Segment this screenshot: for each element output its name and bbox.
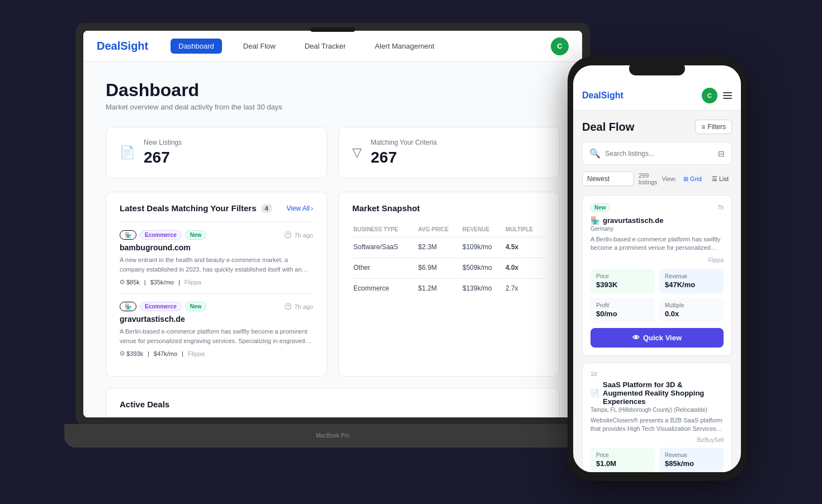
list-view-button[interactable]: ☰ List: [708, 174, 732, 184]
page-title: Dashboard: [106, 80, 560, 101]
nav-tab-dashboard[interactable]: Dashboard: [171, 39, 222, 54]
filter-icon: ▽: [352, 145, 362, 160]
view-label: View:: [662, 175, 677, 182]
stats-row: 📄 New Listings 267 ▽ Matching Your Crite…: [106, 127, 560, 178]
phone-deal-location-2: Tampa, FL (Hillsborough County) (Relocat…: [590, 407, 724, 413]
tag-ecommerce-2: Ecommerce: [140, 302, 182, 311]
phone-logo-text: DealSight: [582, 91, 623, 101]
metric-revenue-1: Revenue $47K/mo: [659, 269, 724, 293]
phone-section-header: Deal Flow ≡ Filters: [582, 120, 732, 134]
deal-source-1: Flippa: [185, 279, 201, 286]
laptop-body: DealSight Dashboard Deal Flow Deal Track…: [75, 23, 590, 425]
deal-time-2: 🕐 7h ago: [284, 303, 313, 310]
deal-tags-1: 🏪 Ecommerce New: [120, 230, 206, 240]
phone-notch: [629, 62, 685, 75]
phone-filters-button[interactable]: ≡ Filters: [695, 120, 732, 134]
market-table-body: Software/SaaS $2.3M $109k/mo 4.5x Other …: [353, 237, 545, 298]
phone-deal-card-2: 1d 📄 SaaS Platform for 3D & Augmented Re…: [582, 363, 732, 472]
deal-tags-2: 🏪 Ecommerce New: [120, 302, 206, 311]
phone-deal-title-1[interactable]: 🏪 gravurtastisch.de: [590, 216, 724, 225]
nav-tab-alert-management[interactable]: Alert Management: [367, 39, 442, 54]
laptop-base: [64, 424, 601, 448]
phone-deal-metrics-2: Price $1.0M Revenue $85k/mo: [590, 448, 724, 472]
listings-count: 299 listings: [639, 172, 662, 186]
col-avg-price: AVG PRICE: [418, 223, 461, 236]
metric-price-2: Price $1.0M: [590, 448, 655, 472]
phone-deal-desc-1: A Berlin-based e-commerce platform has s…: [590, 235, 724, 253]
phone-device: DealSight C Deal Flow: [568, 56, 747, 481]
multiple-2: 4.0x: [506, 258, 545, 277]
latest-deals-title: Latest Deals Matching Your Filters: [120, 203, 257, 213]
phone-user-avatar[interactable]: C: [702, 88, 717, 103]
deal-time-1: 🕐 7h ago: [284, 231, 313, 239]
multiple-3: 2.7x: [506, 278, 545, 298]
market-snapshot-header: Market Snapshot: [352, 203, 546, 213]
content-row: Latest Deals Matching Your Filters 4 Vie…: [106, 192, 560, 377]
phone-nav-right: C: [702, 88, 732, 103]
phone-deal-title-2[interactable]: 📄 SaaS Platform for 3D & Augmented Reali…: [590, 381, 724, 406]
phone-inner[interactable]: DealSight C Deal Flow: [573, 65, 741, 472]
market-row-1: Software/SaaS $2.3M $109k/mo 4.5x: [353, 237, 545, 256]
scene: DealSight Dashboard Deal Flow Deal Track…: [75, 23, 747, 481]
deal-meta-2: 🏪 Ecommerce New 🕐 7h ago: [120, 302, 313, 311]
grid-icon: ⊞: [683, 175, 688, 183]
active-deals-header: Active Deals: [120, 400, 546, 409]
metric-price-1: Price $393K: [590, 269, 655, 293]
quick-view-button-1[interactable]: 👁 Quick View: [590, 328, 724, 348]
stat-card-new-listings: 📄 New Listings 267: [106, 127, 327, 178]
app-container: DealSight Dashboard Deal Flow Deal Track…: [83, 31, 582, 417]
col-multiple: MULTIPLE: [506, 223, 545, 236]
sort-select[interactable]: Newest Oldest Price: Low Price: High: [582, 172, 634, 186]
search-input[interactable]: [605, 150, 714, 158]
deal-name-1[interactable]: bambuground.com: [120, 243, 313, 252]
deal-source-2: Flippa: [188, 350, 205, 357]
phone-tag-new-1: New: [590, 203, 610, 212]
phone-deal-desc-2: WebsiteClosers® presents a B2B SaaS plat…: [590, 416, 724, 434]
nav-tab-deal-flow[interactable]: Deal Flow: [235, 39, 284, 54]
adjust-icon[interactable]: ⊟: [718, 149, 725, 158]
logo-text: DealSight: [97, 40, 148, 53]
laptop-device: DealSight Dashboard Deal Flow Deal Track…: [75, 23, 590, 448]
deal-desc-1: A new entrant in the health and beauty e…: [120, 255, 313, 274]
phone-deal-age-2: 1d: [590, 371, 724, 377]
market-row-3: Ecommerce $1.2M $139k/mo 2.7x: [353, 278, 545, 298]
phone-deal-metrics-1: Price $393K Revenue $47K/mo Profit $0/mo: [590, 269, 724, 322]
phone-logo: DealSight: [582, 91, 623, 101]
deal-item-2: 🏪 Ecommerce New 🕐 7h ago: [120, 293, 313, 365]
deal-stats-1: ⊙ $85k | $35k/mo | Flippa: [120, 278, 313, 286]
latest-deals-count: 4: [261, 204, 272, 213]
grid-view-button[interactable]: ⊞ Grid: [680, 174, 705, 184]
phone-screen: DealSight C Deal Flow: [573, 65, 741, 472]
deal-name-2[interactable]: gravurtastisch.de: [120, 315, 313, 324]
hamburger-icon[interactable]: [723, 92, 732, 99]
col-revenue: REVENUE: [462, 223, 504, 236]
market-row-2: Other $6.9M $509k/mo 4.0x: [353, 258, 545, 277]
active-deals-section: Active Deals: [106, 388, 560, 417]
col-business-type: BUSINESS TYPE: [353, 223, 417, 236]
deal-meta-1: 🏪 Ecommerce New 🕐 7h ago: [120, 230, 313, 240]
deal-icon-2: 🏪: [120, 302, 136, 311]
latest-deals-card: Latest Deals Matching Your Filters 4 Vie…: [106, 192, 327, 377]
multiple-1: 4.5x: [506, 237, 545, 256]
market-table: BUSINESS TYPE AVG PRICE REVENUE MULTIPLE: [352, 222, 546, 299]
phone-deal-time-1: 7h: [717, 205, 724, 211]
deal-icon-1: 🏪: [120, 230, 136, 240]
market-snapshot-title: Market Snapshot: [352, 203, 420, 213]
phone-deal-card-1: New 7h 🏪 gravurtastisch.de Germany A Ber…: [582, 195, 732, 356]
eye-icon-1: 👁: [632, 334, 640, 342]
phone-deal-tags-1: New: [590, 203, 610, 212]
app-logo: DealSight: [97, 40, 148, 53]
document-icon: 📄: [120, 145, 135, 160]
laptop-notch: [310, 27, 355, 32]
phone-deal-top-1: New 7h: [590, 203, 724, 212]
list-icon: ☰: [712, 175, 717, 183]
phone-content: Deal Flow ≡ Filters 🔍 ⊟: [573, 111, 741, 472]
phone-section-title: Deal Flow: [582, 121, 634, 134]
view-all-link[interactable]: View All ›: [286, 205, 313, 212]
user-avatar[interactable]: C: [551, 37, 569, 55]
tag-ecommerce-1: Ecommerce: [140, 230, 182, 240]
nav-tab-deal-tracker[interactable]: Deal Tracker: [297, 39, 354, 54]
stat-label-new-listings: New Listings: [144, 139, 182, 146]
laptop-screen: DealSight Dashboard Deal Flow Deal Track…: [83, 31, 582, 417]
phone-sort-row: Newest Oldest Price: Low Price: High 299…: [582, 172, 732, 186]
